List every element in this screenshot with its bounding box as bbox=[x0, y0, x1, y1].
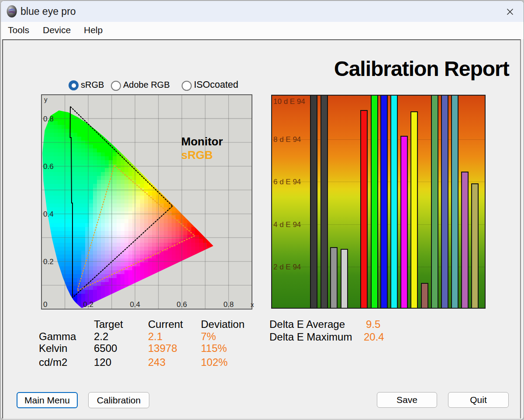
svg-text:0.2: 0.2 bbox=[43, 258, 54, 266]
svg-text:x: x bbox=[251, 301, 254, 308]
svg-text:0.8: 0.8 bbox=[224, 300, 234, 309]
svg-text:0.4: 0.4 bbox=[43, 210, 54, 218]
svg-text:0.6: 0.6 bbox=[177, 300, 187, 309]
svg-text:0: 0 bbox=[43, 300, 47, 309]
svg-text:0.2: 0.2 bbox=[83, 300, 93, 309]
svg-text:sRGB: sRGB bbox=[181, 148, 213, 162]
svg-text:0.4: 0.4 bbox=[130, 300, 140, 309]
svg-text:Monitor: Monitor bbox=[181, 135, 223, 148]
svg-text:y: y bbox=[44, 96, 48, 103]
svg-text:0.8: 0.8 bbox=[43, 115, 54, 123]
svg-text:0.6: 0.6 bbox=[43, 162, 54, 171]
